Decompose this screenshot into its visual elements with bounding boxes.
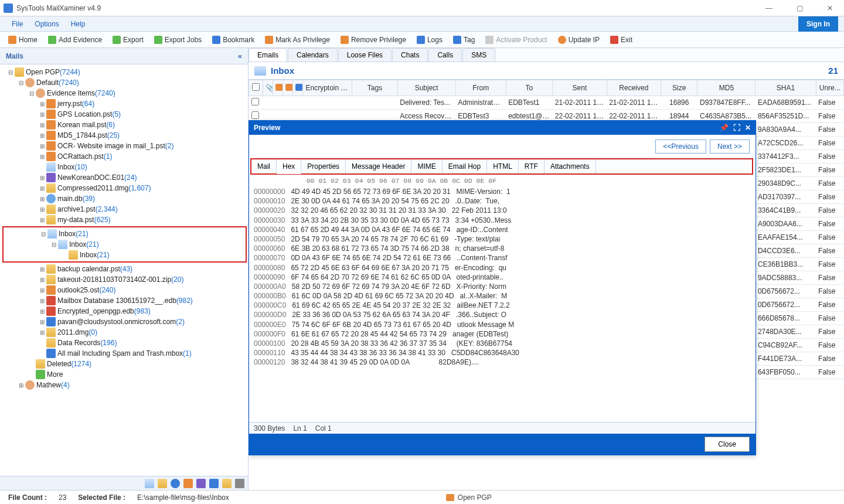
- home-button[interactable]: Home: [4, 34, 42, 46]
- tree-node[interactable]: ⊟Inbox (21): [4, 229, 246, 239]
- expand-toggle[interactable]: ⊟: [50, 241, 57, 248]
- export-jobs-button[interactable]: Export Jobs: [149, 34, 206, 46]
- tree-node[interactable]: ⊞2011.dmg(0): [2, 327, 247, 338]
- tree-node[interactable]: ⊟Evidence Items (7240): [2, 88, 247, 98]
- hex-viewer[interactable]: 00000000 4D 49 4D 45 2D 56 65 72 73 69 6…: [249, 186, 755, 422]
- menu-help[interactable]: Help: [65, 18, 91, 30]
- column-header[interactable]: Tags: [352, 80, 397, 96]
- expand-toggle[interactable]: ⊞: [39, 143, 46, 149]
- previous-button[interactable]: <<Previous: [655, 139, 706, 154]
- preview-tab-mime[interactable]: MIME: [411, 159, 442, 173]
- tree-node[interactable]: ⊟Open PGP (7244): [2, 67, 247, 77]
- preview-tab-properties[interactable]: Properties: [301, 159, 346, 173]
- select-all-checkbox[interactable]: [252, 83, 260, 91]
- expand-toggle[interactable]: ⊞: [39, 111, 46, 118]
- expand-toggle[interactable]: ⊟: [7, 69, 14, 76]
- expand-toggle[interactable]: ⊞: [39, 329, 46, 336]
- expand-toggle[interactable]: ⊞: [18, 382, 25, 389]
- close-button[interactable]: Close: [705, 437, 750, 452]
- tree-node[interactable]: ⊞Mathew (4): [2, 380, 247, 390]
- tree-node[interactable]: ⊞pavan@cloudsystool.onmicrosoft.com(2): [2, 316, 247, 327]
- tag2-icon[interactable]: [209, 479, 219, 488]
- menu-file[interactable]: File: [6, 18, 29, 30]
- expand-toggle[interactable]: ⊞: [39, 154, 46, 160]
- preview-tab-hex[interactable]: Hex: [277, 159, 301, 174]
- column-header[interactable]: To: [506, 80, 553, 96]
- column-header[interactable]: [273, 80, 283, 96]
- tree-node[interactable]: Data Records (196): [2, 338, 247, 348]
- export-button[interactable]: Export: [108, 34, 148, 46]
- tree-node[interactable]: Deleted (1274): [2, 359, 247, 369]
- star-icon[interactable]: [183, 479, 193, 488]
- preview-tab-message-header[interactable]: Message Header: [346, 159, 411, 173]
- expand-toggle[interactable]: ⊞: [39, 101, 46, 107]
- tree-node[interactable]: ⊞GPS Location.pst (5): [2, 109, 247, 120]
- expand-toggle[interactable]: ⊞: [39, 319, 46, 325]
- preview-tab-mail[interactable]: Mail: [251, 159, 277, 173]
- tree-node[interactable]: Inbox (21): [4, 250, 246, 260]
- tree-node[interactable]: ⊞archive1.pst (2,344): [2, 204, 247, 214]
- expand-toggle[interactable]: ⊞: [39, 308, 46, 315]
- tree-node[interactable]: More: [2, 369, 247, 380]
- tag-button[interactable]: Tag: [448, 34, 479, 46]
- tab-chats[interactable]: Chats: [392, 48, 428, 62]
- column-header[interactable]: [293, 80, 303, 96]
- column-header[interactable]: SHA1: [755, 80, 816, 96]
- maximize-preview-button[interactable]: ⛶: [733, 124, 740, 132]
- row-checkbox[interactable]: [251, 111, 259, 119]
- expand-toggle[interactable]: ⊞: [39, 132, 46, 139]
- table-row[interactable]: Delivered: Tes...Administrator...EDBTest…: [249, 96, 844, 110]
- tab-emails[interactable]: Emails: [249, 48, 287, 62]
- collapse-sidebar-button[interactable]: «: [238, 52, 242, 60]
- expand-toggle[interactable]: ⊞: [39, 287, 46, 294]
- column-header[interactable]: From: [455, 80, 506, 96]
- tree-node[interactable]: ⊞MD5_17844.pst(25): [2, 130, 247, 141]
- tree-node[interactable]: ⊞my-data.pst (625): [2, 214, 247, 225]
- expand-toggle[interactable]: ⊞: [39, 266, 46, 273]
- tree-node[interactable]: ⊞backup calendar.pst (43): [2, 264, 247, 274]
- tree-node[interactable]: ⊞OCRattach.pst (1): [2, 151, 247, 162]
- search-icon[interactable]: [171, 479, 180, 488]
- tree-node[interactable]: ⊞main.db (39): [2, 193, 247, 204]
- folder-tree[interactable]: ⊟Open PGP (7244)⊟Default (7240)⊟Evidence…: [0, 64, 248, 476]
- mark-privilege-button[interactable]: Mark As Privilege: [260, 34, 335, 46]
- preview-tab-attachments[interactable]: Attachments: [544, 159, 596, 173]
- expand-toggle[interactable]: ⊟: [28, 90, 35, 97]
- tree-node[interactable]: ⊞OCR- Website image in mail_1.pst (2): [2, 141, 247, 151]
- tree-node[interactable]: Inbox (10): [2, 162, 247, 172]
- expand-toggle[interactable]: ⊞: [39, 196, 46, 202]
- tree-node[interactable]: ⊞takeout-20181103T073140Z-001.zip (20): [2, 274, 247, 285]
- tree-node[interactable]: All mail Including Spam and Trash.mbox (…: [2, 348, 247, 359]
- expand-toggle[interactable]: ⊞: [39, 298, 46, 304]
- trash-icon[interactable]: [235, 479, 244, 488]
- next-button[interactable]: Next >>: [710, 139, 750, 154]
- column-header[interactable]: 📎: [263, 80, 273, 96]
- tree-node[interactable]: ⊞Compressed2011.dmg (1,607): [2, 183, 247, 193]
- column-header[interactable]: Received: [607, 80, 661, 96]
- column-header[interactable]: [283, 80, 293, 96]
- pin-icon[interactable]: 📌: [720, 124, 729, 132]
- update-ip-button[interactable]: Update IP: [553, 34, 604, 46]
- activate-product-button[interactable]: Activate Product: [481, 34, 552, 46]
- tab-sms[interactable]: SMS: [462, 48, 495, 62]
- close-window-button[interactable]: ✕: [819, 4, 840, 12]
- key-icon[interactable]: [196, 479, 206, 488]
- close-preview-button[interactable]: ✕: [745, 124, 751, 132]
- menu-options[interactable]: Options: [29, 18, 64, 30]
- preview-tab-html[interactable]: HTML: [487, 159, 519, 173]
- tree-node[interactable]: ⊟Default (7240): [2, 77, 247, 88]
- expand-toggle[interactable]: ⊞: [39, 277, 46, 283]
- column-header[interactable]: MD5: [697, 80, 755, 96]
- preview-tab-email-hop[interactable]: Email Hop: [443, 159, 487, 173]
- tab-loose-files[interactable]: Loose Files: [338, 48, 392, 62]
- expand-toggle[interactable]: ⊞: [39, 185, 46, 192]
- column-header[interactable]: Subject: [397, 80, 455, 96]
- tree-node[interactable]: ⊟Inbox (21): [4, 239, 246, 250]
- expand-toggle[interactable]: ⊞: [39, 206, 46, 213]
- column-header[interactable]: Size: [661, 80, 697, 96]
- signin-button[interactable]: Sign In: [798, 16, 838, 32]
- expand-toggle[interactable]: ⊟: [40, 231, 47, 237]
- column-header[interactable]: Unre...: [816, 80, 843, 96]
- tab-calendars[interactable]: Calendars: [288, 48, 338, 62]
- tab-calls[interactable]: Calls: [428, 48, 462, 62]
